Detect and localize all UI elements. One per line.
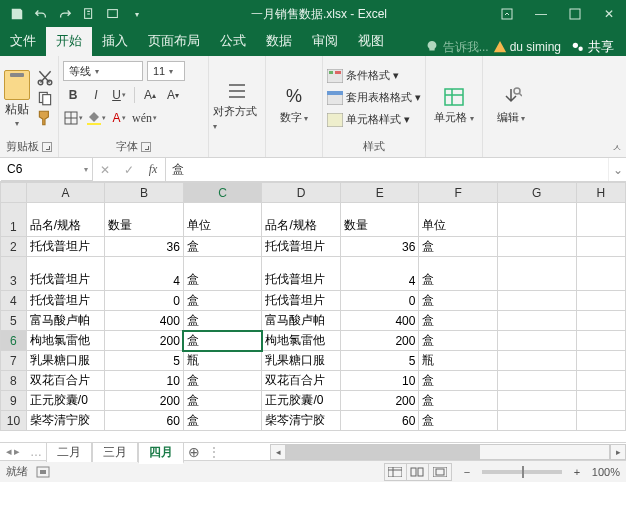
sheet-tab-apr[interactable]: 四月 <box>138 442 184 464</box>
select-all-corner[interactable] <box>1 183 27 203</box>
col-header-B[interactable]: B <box>105 183 184 203</box>
cell-C8[interactable]: 盒 <box>183 371 262 391</box>
tab-review[interactable]: 审阅 <box>302 27 348 56</box>
cell-H10[interactable] <box>576 411 625 431</box>
row-header-1[interactable]: 1 <box>1 203 27 237</box>
cell-E8[interactable]: 10 <box>340 371 419 391</box>
cell-A2[interactable]: 托伐普坦片 <box>26 237 105 257</box>
horizontal-scrollbar[interactable]: ◂ ▸ <box>270 444 626 460</box>
row-header-9[interactable]: 9 <box>1 391 27 411</box>
cell-D9[interactable]: 正元胶囊/0 <box>262 391 341 411</box>
cell-C7[interactable]: 瓶 <box>183 351 262 371</box>
cell-G10[interactable] <box>497 411 576 431</box>
cell-E5[interactable]: 400 <box>340 311 419 331</box>
cell-E1[interactable]: 数量 <box>340 203 419 237</box>
save-icon[interactable] <box>6 3 28 25</box>
cell-A10[interactable]: 柴芩清宁胶 <box>26 411 105 431</box>
name-box[interactable]: C6▾ <box>1 158 93 181</box>
cell-E3[interactable]: 4 <box>340 257 419 291</box>
cell-E7[interactable]: 5 <box>340 351 419 371</box>
cell-F2[interactable]: 盒 <box>419 237 498 257</box>
cell-G7[interactable] <box>497 351 576 371</box>
open-icon[interactable] <box>102 3 124 25</box>
cell-G2[interactable] <box>497 237 576 257</box>
cell-H8[interactable] <box>576 371 625 391</box>
cell-A1[interactable]: 品名/规格 <box>26 203 105 237</box>
tab-data[interactable]: 数据 <box>256 27 302 56</box>
cell-G3[interactable] <box>497 257 576 291</box>
undo-icon[interactable] <box>30 3 52 25</box>
cell-G5[interactable] <box>497 311 576 331</box>
close-icon[interactable]: ✕ <box>592 0 626 28</box>
align-button[interactable]: 对齐方式 <box>213 70 261 140</box>
cell-H2[interactable] <box>576 237 625 257</box>
tell-me[interactable]: 告诉我... <box>443 39 489 56</box>
cell-G9[interactable] <box>497 391 576 411</box>
cell-F6[interactable]: 盒 <box>419 331 498 351</box>
qat-customize-icon[interactable]: ▾ <box>126 3 148 25</box>
copy-icon[interactable] <box>36 90 54 106</box>
number-button[interactable]: % 数字 <box>270 70 318 140</box>
paste-button[interactable]: 粘贴 <box>5 101 29 118</box>
cell-C9[interactable]: 盒 <box>183 391 262 411</box>
format-painter-icon[interactable] <box>36 110 54 126</box>
cell-F4[interactable]: 盒 <box>419 291 498 311</box>
cell-H6[interactable] <box>576 331 625 351</box>
cell-D3[interactable]: 托伐普坦片 <box>262 257 341 291</box>
cell-A6[interactable]: 枸地氯雷他 <box>26 331 105 351</box>
sheet-tab-mar[interactable]: 三月 <box>92 442 138 462</box>
cell-B7[interactable]: 5 <box>105 351 184 371</box>
redo-icon[interactable] <box>54 3 76 25</box>
col-header-E[interactable]: E <box>340 183 419 203</box>
sheet-tab-feb[interactable]: 二月 <box>46 442 92 462</box>
cell-B10[interactable]: 60 <box>105 411 184 431</box>
ribbon-options-icon[interactable] <box>490 0 524 28</box>
row-header-6[interactable]: 6 <box>1 331 27 351</box>
cell-H5[interactable] <box>576 311 625 331</box>
scroll-right-icon[interactable]: ▸ <box>610 444 626 460</box>
normal-view-icon[interactable] <box>385 464 407 480</box>
cell-E2[interactable]: 36 <box>340 237 419 257</box>
cell-B3[interactable]: 4 <box>105 257 184 291</box>
paste-icon[interactable] <box>4 70 30 100</box>
minimize-icon[interactable]: — <box>524 0 558 28</box>
border-button[interactable] <box>63 108 83 128</box>
cell-C10[interactable]: 盒 <box>183 411 262 431</box>
cancel-edit-icon[interactable]: ✕ <box>93 163 117 177</box>
row-header-3[interactable]: 3 <box>1 257 27 291</box>
col-header-A[interactable]: A <box>26 183 105 203</box>
page-break-view-icon[interactable] <box>429 464 451 480</box>
cell-B8[interactable]: 10 <box>105 371 184 391</box>
cell-F9[interactable]: 盒 <box>419 391 498 411</box>
tab-home[interactable]: 开始 <box>46 27 92 56</box>
cell-G6[interactable] <box>497 331 576 351</box>
tab-layout[interactable]: 页面布局 <box>138 27 210 56</box>
page-layout-view-icon[interactable] <box>407 464 429 480</box>
insert-function-icon[interactable]: fx <box>141 162 165 177</box>
shrink-font-button[interactable]: A▾ <box>163 85 183 105</box>
col-header-D[interactable]: D <box>262 183 341 203</box>
sheet-nav[interactable]: ◂▸ <box>0 445 26 458</box>
maximize-icon[interactable] <box>558 0 592 28</box>
cell-F10[interactable]: 盒 <box>419 411 498 431</box>
cell-C2[interactable]: 盒 <box>183 237 262 257</box>
cell-B4[interactable]: 0 <box>105 291 184 311</box>
row-header-8[interactable]: 8 <box>1 371 27 391</box>
cell-H4[interactable] <box>576 291 625 311</box>
font-color-button[interactable]: A <box>109 108 129 128</box>
col-header-F[interactable]: F <box>419 183 498 203</box>
cell-E4[interactable]: 0 <box>340 291 419 311</box>
cut-icon[interactable] <box>36 70 54 86</box>
cell-E10[interactable]: 60 <box>340 411 419 431</box>
tab-insert[interactable]: 插入 <box>92 27 138 56</box>
user-label[interactable]: du siming <box>493 40 561 54</box>
cell-B2[interactable]: 36 <box>105 237 184 257</box>
cell-D5[interactable]: 富马酸卢帕 <box>262 311 341 331</box>
cell-A7[interactable]: 乳果糖口服 <box>26 351 105 371</box>
cell-A3[interactable]: 托伐普坦片 <box>26 257 105 291</box>
italic-button[interactable]: I <box>86 85 106 105</box>
fill-color-button[interactable] <box>86 108 106 128</box>
cell-F5[interactable]: 盒 <box>419 311 498 331</box>
cell-C3[interactable]: 盒 <box>183 257 262 291</box>
cell-A5[interactable]: 富马酸卢帕 <box>26 311 105 331</box>
